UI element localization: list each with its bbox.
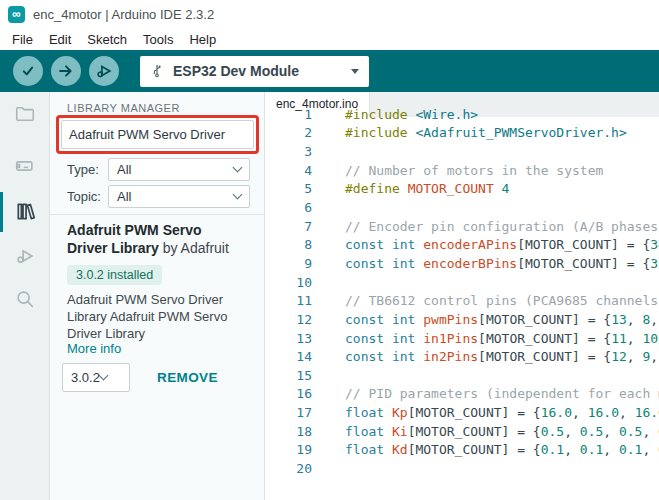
code-line: 1#include <Wire.h> xyxy=(265,105,659,124)
sidebar-item-sketchbook[interactable] xyxy=(14,103,36,125)
board-selector-value: ESP32 Dev Module xyxy=(173,63,351,79)
code-text: const int in2Pins[MOTOR_COUNT] = {12, 9,… xyxy=(345,349,659,364)
line-number: 9 xyxy=(265,256,312,271)
code-text: // PID parameters (independent for each … xyxy=(345,386,659,401)
search-icon xyxy=(14,288,36,310)
chevron-down-icon xyxy=(233,163,243,173)
board-selector[interactable]: ESP32 Dev Module xyxy=(140,56,369,87)
code-line: 11// TB6612 control pins (PCA9685 channe… xyxy=(265,291,659,310)
code-text: // TB6612 control pins (PCA9685 channels… xyxy=(345,293,659,308)
upload-button[interactable] xyxy=(51,56,81,86)
line-number: 1 xyxy=(265,107,312,122)
code-line: 3 xyxy=(265,142,659,161)
code-text: #include <Wire.h> xyxy=(345,107,478,122)
code-text: // Number of motors in the system xyxy=(345,163,603,178)
editor-region: enc_4motor.ino 1#include <Wire.h>2#inclu… xyxy=(265,92,659,500)
debug-button[interactable] xyxy=(89,56,119,86)
arduino-logo-icon: ∞ xyxy=(8,6,25,23)
code-text: #include <Adafruit_PWMServoDriver.h> xyxy=(345,125,627,140)
version-value: 3.0.2 xyxy=(71,370,100,385)
line-number: 20 xyxy=(265,461,312,476)
usb-icon xyxy=(150,62,164,80)
line-number: 11 xyxy=(265,293,312,308)
code-line: 8const int encoderAPins[MOTOR_COUNT] = {… xyxy=(265,235,659,254)
panel-title: LIBRARY MANAGER xyxy=(67,102,180,114)
code-line: 16// PID parameters (independent for eac… xyxy=(265,385,659,404)
line-number: 18 xyxy=(265,424,312,439)
installed-badge: 3.0.2 installed xyxy=(67,265,162,285)
active-view-indicator xyxy=(0,192,3,232)
main-region: LIBRARY MANAGER Type: All Topic: All xyxy=(0,92,659,500)
code-line: 9const int encoderBPins[MOTOR_COUNT] = {… xyxy=(265,254,659,273)
debug-icon xyxy=(14,245,36,267)
type-filter-label: Type: xyxy=(67,162,108,177)
code-line: 10 xyxy=(265,273,659,292)
chevron-down-icon xyxy=(98,371,108,381)
code-line: 13const int in1Pins[MOTOR_COUNT] = {11, … xyxy=(265,329,659,348)
code-text: const int encoderAPins[MOTOR_COUNT] = {3… xyxy=(345,237,659,252)
library-manager-panel: LIBRARY MANAGER Type: All Topic: All xyxy=(50,92,265,500)
line-number: 5 xyxy=(265,181,312,196)
code-text: // Encoder pin configuration (A/B phases… xyxy=(345,219,659,234)
code-line: 2#include <Adafruit_PWMServoDriver.h> xyxy=(265,124,659,143)
line-number: 13 xyxy=(265,331,312,346)
topic-filter-row: Topic: All xyxy=(67,185,250,208)
toolbar: ESP32 Dev Module xyxy=(0,50,659,92)
topic-filter-label: Topic: xyxy=(67,189,108,204)
type-filter-row: Type: All xyxy=(67,158,250,181)
menu-bar: File Edit Sketch Tools Help xyxy=(0,28,659,50)
code-line: 15 xyxy=(265,366,659,385)
line-number: 10 xyxy=(265,275,312,290)
sidebar-item-boards-manager[interactable] xyxy=(14,155,36,177)
check-icon xyxy=(18,61,38,81)
board-chip-icon xyxy=(14,155,36,177)
debug-play-icon xyxy=(94,61,114,81)
code-line: 12const int pwmPins[MOTOR_COUNT] = {13, … xyxy=(265,310,659,329)
arrow-right-icon xyxy=(56,61,76,81)
verify-button[interactable] xyxy=(13,56,43,86)
line-number: 17 xyxy=(265,405,312,420)
code-text: float Ki[MOTOR_COUNT] = {0.5, 0.5, 0.5, … xyxy=(345,424,659,439)
version-select[interactable]: 3.0.2 xyxy=(62,363,130,392)
code-text: float Kp[MOTOR_COUNT] = {16.0, 16.0, 16.… xyxy=(345,405,659,420)
menu-help[interactable]: Help xyxy=(181,30,224,49)
more-info-link[interactable]: More info xyxy=(67,341,121,356)
menu-file[interactable]: File xyxy=(4,30,41,49)
chevron-down-icon xyxy=(351,69,359,78)
code-line: 18float Ki[MOTOR_COUNT] = {0.5, 0.5, 0.5… xyxy=(265,422,659,441)
library-author: by Adafruit xyxy=(163,240,229,256)
sidebar-item-library-manager[interactable] xyxy=(14,200,36,222)
title-bar: ∞ enc_4motor | Arduino IDE 2.3.2 xyxy=(0,0,659,28)
code-editor[interactable]: 1#include <Wire.h>2#include <Adafruit_PW… xyxy=(265,105,659,500)
code-line: 4// Number of motors in the system xyxy=(265,161,659,180)
line-number: 2 xyxy=(265,125,312,140)
menu-sketch[interactable]: Sketch xyxy=(79,30,135,49)
code-text: const int in1Pins[MOTOR_COUNT] = {11, 10… xyxy=(345,331,659,346)
type-filter-select[interactable]: All xyxy=(108,158,250,181)
line-number: 19 xyxy=(265,442,312,457)
line-number: 4 xyxy=(265,163,312,178)
code-line: 7// Encoder pin configuration (A/B phase… xyxy=(265,217,659,236)
menu-tools[interactable]: Tools xyxy=(135,30,181,49)
code-line: 17float Kp[MOTOR_COUNT] = {16.0, 16.0, 1… xyxy=(265,403,659,422)
sidebar-item-debug[interactable] xyxy=(14,245,36,267)
code-text: float Kd[MOTOR_COUNT] = {0.1, 0.1, 0.1, … xyxy=(345,442,659,457)
menu-edit[interactable]: Edit xyxy=(41,30,79,49)
topic-filter-select[interactable]: All xyxy=(108,185,250,208)
panel-divider xyxy=(50,214,264,215)
window-title: enc_4motor | Arduino IDE 2.3.2 xyxy=(33,7,214,22)
code-line: 6 xyxy=(265,198,659,217)
library-search-input[interactable] xyxy=(61,120,254,149)
remove-button[interactable]: REMOVE xyxy=(157,370,218,385)
sidebar-item-search[interactable] xyxy=(14,288,36,310)
arduino-ide-window: ∞ enc_4motor | Arduino IDE 2.3.2 File Ed… xyxy=(0,0,659,500)
type-filter-value: All xyxy=(117,162,234,177)
topic-filter-value: All xyxy=(117,189,234,204)
code-text: const int encoderBPins[MOTOR_COUNT] = {3… xyxy=(345,256,659,271)
code-text: const int pwmPins[MOTOR_COUNT] = {13, 8,… xyxy=(345,312,659,327)
line-number: 6 xyxy=(265,200,312,215)
books-icon xyxy=(14,200,36,223)
line-number: 7 xyxy=(265,219,312,234)
line-number: 16 xyxy=(265,386,312,401)
library-item-title: Adafruit PWM Servo Driver Library by Ada… xyxy=(67,221,243,257)
